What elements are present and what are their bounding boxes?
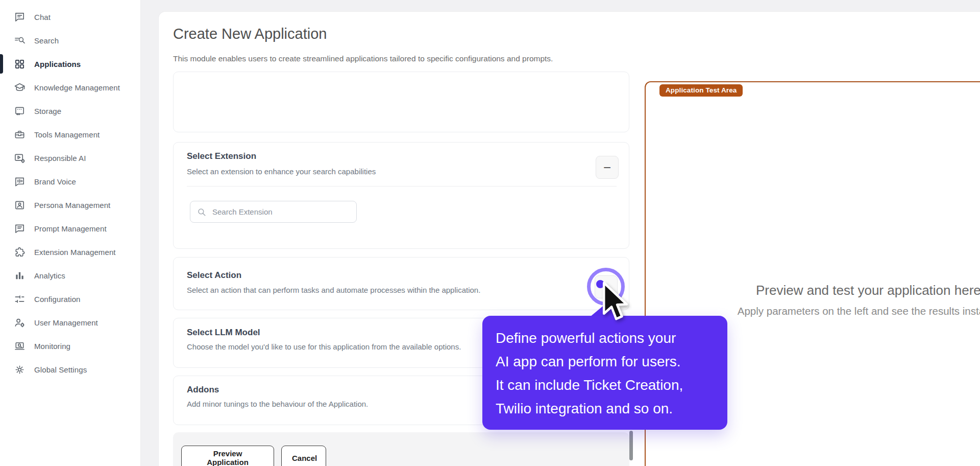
- sidebar: ChatSearchApplicationsKnowledge Manageme…: [0, 0, 141, 466]
- sidebar-item-label: Responsible AI: [34, 154, 86, 162]
- sidebar-item-label: Applications: [34, 60, 81, 68]
- action-tooltip: Define powerful actions your AI app can …: [482, 316, 727, 430]
- form-scrollbar-thumb[interactable]: [629, 431, 633, 460]
- test-area-heading: Preview and test your application here.: [656, 283, 980, 298]
- puzzle-icon: [13, 246, 26, 258]
- page-subtitle: This module enables users to create stre…: [173, 54, 553, 63]
- search-icon: [197, 207, 206, 217]
- sidebar-item-user-management[interactable]: User Management: [0, 311, 140, 334]
- preview-application-button[interactable]: Preview Application: [181, 446, 274, 466]
- toolbox-icon: [13, 128, 26, 141]
- sidebar-item-responsible-ai[interactable]: Responsible AI: [0, 146, 140, 170]
- apps-grid-icon: [13, 58, 26, 70]
- sidebar-item-label: Global Settings: [34, 365, 87, 374]
- addons-subtitle: Add minor tunings to the behaviour of th…: [187, 400, 368, 408]
- minus-icon: −: [603, 161, 611, 174]
- manage-search-icon: [13, 34, 26, 46]
- sidebar-item-knowledge-management[interactable]: Knowledge Management: [0, 76, 140, 99]
- bar-chart-icon: [13, 269, 26, 282]
- sidebar-item-label: Persona Management: [34, 201, 110, 209]
- sidebar-item-search[interactable]: Search: [0, 29, 140, 52]
- mouse-cursor-icon: [601, 282, 630, 322]
- divider: [187, 186, 617, 187]
- select-action-title: Select Action: [187, 270, 241, 281]
- laptop-search-icon: [13, 340, 26, 352]
- sidebar-item-label: Search: [34, 36, 59, 45]
- sidebar-item-label: Extension Management: [34, 248, 116, 257]
- cancel-button[interactable]: Cancel: [281, 446, 326, 466]
- select-extension-title: Select Extension: [187, 151, 256, 161]
- sidebar-item-configuration[interactable]: Configuration: [0, 287, 140, 311]
- sidebar-item-label: Brand Voice: [34, 177, 76, 186]
- application-test-area-badge: Application Test Area: [659, 84, 743, 97]
- sidebar-item-label: Storage: [34, 107, 61, 115]
- sidebar-item-label: Tools Management: [34, 130, 100, 139]
- prompt-bubble-icon: [13, 222, 26, 235]
- chat-bubble-icon: [13, 11, 26, 23]
- addons-title: Addons: [187, 385, 219, 395]
- select-action-card: Select Action Select an action that can …: [173, 257, 629, 310]
- sidebar-item-label: Knowledge Management: [34, 83, 120, 92]
- tune-sliders-icon: [13, 293, 26, 305]
- sidebar-item-applications[interactable]: Applications: [0, 52, 140, 76]
- select-extension-subtitle: Select an extension to enhance your sear…: [187, 167, 376, 176]
- select-llm-title: Select LLM Model: [187, 328, 260, 338]
- sidebar-item-brand-voice[interactable]: Brand Voice: [0, 170, 140, 193]
- collapse-extension-button[interactable]: −: [596, 156, 619, 179]
- sidebar-item-tools-management[interactable]: Tools Management: [0, 123, 140, 146]
- media-gear-icon: [13, 152, 26, 164]
- scrolled-card-partial: [173, 72, 629, 132]
- voice-bubble-icon: [13, 175, 26, 188]
- extension-search-input[interactable]: [211, 207, 356, 217]
- sidebar-item-prompt-management[interactable]: Prompt Management: [0, 217, 140, 240]
- sidebar-item-storage[interactable]: Storage: [0, 99, 140, 123]
- sidebar-item-analytics[interactable]: Analytics: [0, 264, 140, 287]
- page-title: Create New Application: [173, 26, 327, 42]
- gear-icon: [13, 363, 26, 376]
- sidebar-item-label: Monitoring: [34, 342, 70, 351]
- sidebar-item-label: Chat: [34, 13, 51, 21]
- sidebar-item-extension-management[interactable]: Extension Management: [0, 240, 140, 264]
- select-llm-subtitle: Choose the model you'd like to use for t…: [187, 342, 461, 351]
- sidebar-item-label: Prompt Management: [34, 224, 107, 233]
- select-extension-card: Select Extension Select an extension to …: [173, 142, 629, 249]
- app-window: ChatSearchApplicationsKnowledge Manageme…: [0, 0, 980, 466]
- extension-search-box: [190, 201, 357, 223]
- storage-link-icon: [13, 105, 26, 117]
- sidebar-item-monitoring[interactable]: Monitoring: [0, 334, 140, 358]
- user-gear-icon: [13, 316, 26, 329]
- sidebar-item-label: User Management: [34, 318, 98, 327]
- sidebar-item-chat[interactable]: Chat: [0, 5, 140, 29]
- graduation-cap-icon: [13, 81, 26, 94]
- sidebar-item-persona-management[interactable]: Persona Management: [0, 193, 140, 217]
- sidebar-item-global-settings[interactable]: Global Settings: [0, 358, 140, 381]
- portrait-icon: [13, 199, 26, 211]
- select-action-subtitle: Select an action that can perform tasks …: [187, 286, 480, 294]
- form-footer-bar: Preview Application Cancel: [173, 432, 629, 466]
- sidebar-item-label: Configuration: [34, 295, 81, 304]
- sidebar-item-label: Analytics: [34, 271, 65, 280]
- test-area-placeholder: Preview and test your application here. …: [656, 283, 980, 317]
